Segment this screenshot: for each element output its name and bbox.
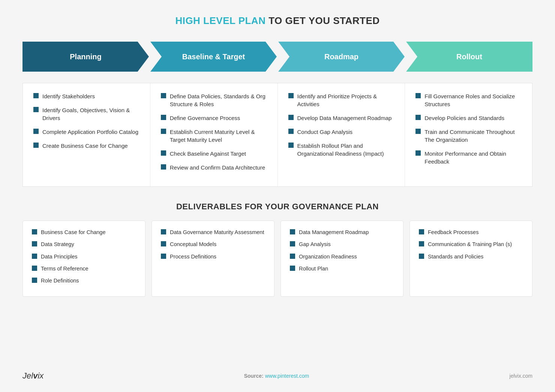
list-item: Data Governance Maturity Assessment (161, 228, 265, 236)
bullet-icon (161, 129, 166, 134)
list-item: Monitor Performance and Obtain Feedback (416, 150, 522, 165)
deliverable-baseline-list: Data Governance Maturity Assessment Conc… (161, 228, 265, 260)
list-item: Develop Policies and Standards (416, 114, 522, 122)
list-item: Rollout Plan (290, 265, 394, 272)
list-item: Train and Communicate Throughout The Org… (416, 128, 522, 144)
deliverables-title: DELIVERABLES FOR YOUR GOVERNANCE PLAN (176, 202, 379, 212)
baseline-col: Define Data Policies, Standards & Org St… (150, 83, 278, 186)
list-item: Conduct Gap Analysis (288, 128, 394, 136)
list-item: Complete Application Portfolio Catalog (33, 128, 140, 136)
list-item: Data Strategy (32, 240, 136, 248)
roadmap-list: Identify and Prioritize Projects & Activ… (288, 92, 394, 158)
bullet-icon (32, 278, 37, 283)
list-item: Conceptual Models (161, 240, 265, 248)
list-item: Define Governance Process (161, 114, 267, 122)
planning-col: Identify Stakeholders Identify Goals, Ob… (23, 83, 150, 186)
deliverables-grid: Business Case for Change Data Strategy D… (22, 221, 532, 297)
phase-content-grid: Identify Stakeholders Identify Goals, Ob… (22, 83, 532, 187)
list-item: Check Baseline Against Target (161, 150, 267, 158)
list-item: Data Management Roadmap (290, 228, 394, 236)
bullet-icon (419, 254, 424, 259)
deliverable-roadmap-list: Data Management Roadmap Gap Analysis Org… (290, 228, 394, 272)
bullet-icon (416, 115, 421, 120)
list-item: Communication & Training Plan (s) (419, 240, 523, 248)
deliverable-rollout-list: Feedback Processes Communication & Train… (419, 228, 523, 260)
phase-rollout-label: Rollout (456, 53, 482, 61)
list-item: Terms of Reference (32, 265, 136, 272)
planning-list: Identify Stakeholders Identify Goals, Ob… (33, 92, 140, 150)
bullet-icon (416, 129, 421, 134)
bullet-icon (161, 115, 166, 120)
deliverable-planning-col: Business Case for Change Data Strategy D… (22, 221, 146, 297)
bullet-icon (288, 93, 294, 98)
list-item: Establish Current Maturity Level & Targe… (161, 128, 267, 144)
deliverable-planning-list: Business Case for Change Data Strategy D… (32, 228, 136, 284)
bullet-icon (288, 143, 294, 148)
bullet-icon (290, 266, 295, 271)
phase-planning-label: Planning (70, 53, 101, 61)
rollout-list: Fill Governance Roles and Socialize Stru… (416, 92, 522, 165)
list-item: Define Data Policies, Standards & Org St… (161, 92, 267, 108)
bullet-icon (33, 93, 39, 98)
title-rest: TO GET YOU STARTED (266, 15, 380, 26)
bullet-icon (419, 241, 424, 246)
bullet-icon (290, 241, 295, 246)
list-item: Identify Stakeholders (33, 92, 140, 100)
phase-baseline-arrow: Baseline & Target (150, 42, 277, 72)
bullet-icon (288, 129, 294, 134)
list-item: Business Case for Change (32, 228, 136, 236)
list-item: Create Business Case for Change (33, 142, 140, 150)
footer-brand-right: jelvix.com (510, 373, 532, 379)
bullet-icon (290, 254, 295, 259)
bullet-icon (288, 115, 294, 120)
list-item: Process Definitions (161, 253, 265, 260)
footer: Jelvix Source: www.pinterest.com jelvix.… (22, 362, 532, 381)
phase-rollout-arrow: Rollout (406, 42, 532, 72)
deliverable-rollout-col: Feedback Processes Communication & Train… (410, 221, 532, 297)
footer-brand-left: Jelvix (22, 371, 44, 381)
bullet-icon (32, 241, 37, 246)
phase-roadmap-arrow: Roadmap (278, 42, 405, 72)
bullet-icon (33, 143, 39, 148)
arrow-banner: Planning Baseline & Target Roadmap Rollo… (22, 42, 532, 72)
phase-planning-arrow: Planning (22, 42, 149, 72)
bullet-icon (161, 229, 166, 234)
bullet-icon (161, 164, 166, 170)
phase-roadmap-label: Roadmap (324, 53, 358, 61)
bullet-icon (33, 107, 39, 112)
list-item: Establish Rollout Plan and Organizationa… (288, 142, 394, 158)
bullet-icon (161, 93, 166, 98)
bullet-icon (32, 266, 37, 271)
list-item: Gap Analysis (290, 240, 394, 248)
list-item: Identify and Prioritize Projects & Activ… (288, 92, 394, 108)
bullet-icon (32, 254, 37, 259)
baseline-list: Define Data Policies, Standards & Org St… (161, 92, 267, 171)
list-item: Data Principles (32, 253, 136, 260)
bullet-icon (33, 129, 39, 134)
bullet-icon (161, 254, 166, 259)
bullet-icon (32, 229, 37, 234)
deliverable-baseline-col: Data Governance Maturity Assessment Conc… (152, 221, 274, 297)
deliverable-roadmap-col: Data Management Roadmap Gap Analysis Org… (280, 221, 404, 297)
list-item: Organization Readiness (290, 253, 394, 260)
roadmap-col: Identify and Prioritize Projects & Activ… (278, 83, 405, 186)
bullet-icon (161, 150, 166, 156)
list-item: Standards and Policies (419, 253, 523, 260)
bullet-icon (416, 150, 421, 156)
list-item: Fill Governance Roles and Socialize Stru… (416, 92, 522, 108)
footer-source: Source: www.pinterest.com (244, 373, 309, 379)
bullet-icon (161, 241, 166, 246)
list-item: Review and Confirm Data Architecture (161, 164, 267, 171)
list-item: Identify Goals, Objectives, Vision & Dri… (33, 106, 140, 122)
bullet-icon (290, 229, 295, 234)
bullet-icon (416, 93, 421, 98)
list-item: Feedback Processes (419, 228, 523, 236)
footer-source-link[interactable]: www.pinterest.com (265, 373, 309, 379)
list-item: Role Definitions (32, 277, 136, 284)
title-highlight: HIGH LEVEL PLAN (175, 15, 266, 26)
phase-baseline-label: Baseline & Target (182, 53, 245, 61)
bullet-icon (419, 229, 424, 234)
list-item: Develop Data Management Roadmap (288, 114, 394, 122)
rollout-col: Fill Governance Roles and Socialize Stru… (405, 83, 532, 186)
page-title: HIGH LEVEL PLAN TO GET YOU STARTED (175, 15, 380, 27)
